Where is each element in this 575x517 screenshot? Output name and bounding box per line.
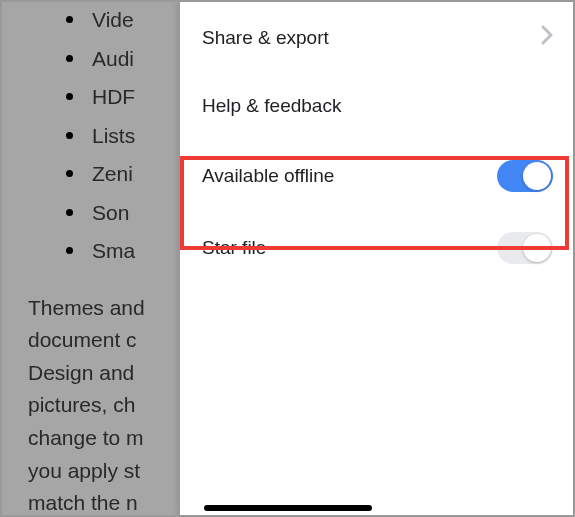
share-export-item[interactable]: Share & export [180, 4, 575, 72]
menu-item-label: Share & export [202, 27, 329, 49]
help-feedback-item[interactable]: Help & feedback [180, 72, 575, 140]
star-file-toggle[interactable] [497, 232, 553, 264]
menu-item-label: Help & feedback [202, 95, 341, 117]
home-indicator[interactable] [204, 505, 372, 511]
menu-item-label: Available offline [202, 165, 334, 187]
toggle-knob [523, 162, 551, 190]
available-offline-item[interactable]: Available offline [180, 140, 575, 212]
toggle-knob [523, 234, 551, 262]
options-menu-sheet: Share & export Help & feedback Available… [180, 0, 575, 517]
star-file-item[interactable]: Star file [180, 212, 575, 284]
menu-item-label: Star file [202, 237, 266, 259]
chevron-right-icon [541, 25, 553, 51]
available-offline-toggle[interactable] [497, 160, 553, 192]
